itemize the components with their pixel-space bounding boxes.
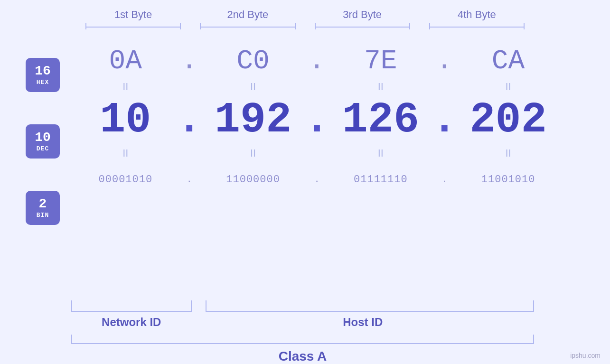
eq2-b4: II [454,147,563,159]
hex-b4-value: CA [492,46,525,76]
dec-b4-cell: 202 [454,96,563,144]
hex-badge-label: HEX [37,79,49,86]
brackets-bottom-row [71,300,534,312]
byte4-header: 4th Byte [420,9,534,21]
bin-b2-value: 11000000 [226,174,280,186]
hex-b1-cell: 0A [71,46,180,76]
main-container: 1st Byte 2nd Byte 3rd Byte 4th Byte 16 H… [0,0,610,364]
class-section: Class A [0,335,610,364]
bin-b4-value: 11001010 [481,174,535,186]
bin-b2-cell: 11000000 [199,174,308,186]
bin-badge-label: BIN [37,212,49,219]
watermark: ipshu.com [570,352,601,359]
dec-dot2: . [308,96,327,144]
hex-b2-value: C0 [236,46,270,76]
eq1-b1: II [71,81,180,93]
eq2-b1: II [71,147,180,159]
dec-dot3: . [435,96,454,144]
eq1-b4: II [454,81,563,93]
bin-b1-value: 00001010 [99,174,153,186]
hex-badge-num: 16 [35,64,51,79]
eq2-b2: II [199,147,308,159]
bin-b3-cell: 01111110 [327,174,435,186]
hex-b1-value: 0A [109,46,142,76]
hex-dot1: . [180,46,199,76]
bracket-top-2 [200,23,295,32]
hex-row: 0A . C0 . 7E . CA [71,42,563,80]
byte-headers: 1st Byte 2nd Byte 3rd Byte 4th Byte [0,9,610,21]
dec-b3-cell: 126 [327,96,435,144]
class-bracket [71,335,534,344]
bin-badge-num: 2 [39,197,47,212]
dec-b1-cell: 10 [71,96,180,144]
eq2-b3: II [327,147,435,159]
hex-b4-cell: CA [454,46,563,76]
bin-badge: 2 BIN [26,191,60,225]
bin-b1-cell: 00001010 [71,174,180,186]
dec-b2-value: 192 [215,96,291,144]
dec-badge-label: DEC [37,145,49,152]
labels-row: Network ID Host ID [71,316,534,329]
bracket-top-4 [429,23,525,32]
bracket-top-3 [315,23,410,32]
hex-dot3: . [435,46,454,76]
bin-row: 00001010 . 11000000 . 01111110 . [71,160,563,198]
hex-b3-value: 7E [364,46,397,76]
host-id-label: Host ID [192,316,535,329]
class-label: Class A [71,349,534,364]
byte1-header: 1st Byte [76,9,190,21]
byte3-header: 3rd Byte [305,9,420,21]
bin-b4-cell: 11001010 [454,174,563,186]
dec-badge: 10 DEC [26,124,60,159]
eq1-b2: II [199,81,308,93]
bin-b3-value: 01111110 [354,174,408,186]
hex-b2-cell: C0 [199,46,308,76]
dec-b3-value: 126 [342,96,419,144]
network-id-label: Network ID [71,316,192,329]
main-area: 16 HEX 10 DEC 2 BIN 0A . [0,37,610,300]
bracket-host [206,300,534,312]
bin-dot2: . [308,174,327,186]
bracket-top-1 [85,23,181,32]
hex-b3-cell: 7E [327,46,435,76]
dec-badge-num: 10 [35,131,51,145]
badges-column: 16 HEX 10 DEC 2 BIN [14,37,71,241]
hex-badge: 16 HEX [26,58,60,92]
bracket-network [71,300,192,312]
byte2-header: 2nd Byte [190,9,305,21]
bin-dot1: . [180,174,199,186]
dec-b1-value: 10 [100,96,151,144]
dec-b2-cell: 192 [199,96,308,144]
dec-dot1: . [180,96,199,144]
equals-row-1: II II II II [71,80,563,94]
dec-b4-value: 202 [470,96,547,144]
brackets-top [0,23,610,32]
equals-row-2: II II II II [71,146,563,160]
bin-dot3: . [435,174,454,186]
dec-row: 10 . 192 . 126 . 202 [71,94,563,146]
eq1-b3: II [327,81,435,93]
hex-dot2: . [308,46,327,76]
bottom-section: Network ID Host ID [0,300,610,329]
ip-rows: 0A . C0 . 7E . CA [71,37,563,198]
